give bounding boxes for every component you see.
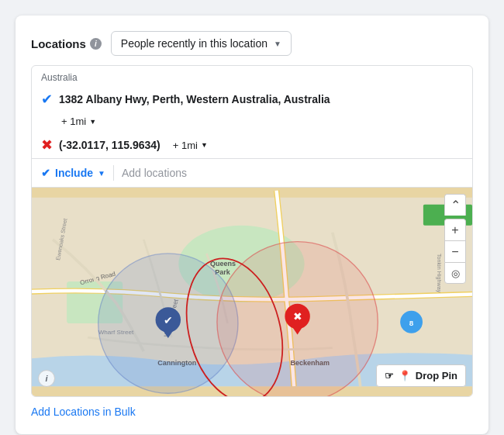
zoom-in-button[interactable]: + bbox=[444, 219, 466, 240]
primary-location-name: 1382 Albany Hwy, Perth, Western Australi… bbox=[59, 93, 330, 105]
svg-text:8: 8 bbox=[409, 319, 414, 327]
pin-small-icon: ✔ bbox=[41, 167, 50, 179]
primary-radius-text: + 1mi bbox=[61, 116, 86, 127]
svg-text:✖: ✖ bbox=[293, 310, 302, 323]
primary-radius-chevron-icon: ▼ bbox=[89, 118, 96, 126]
toolbar-divider bbox=[113, 165, 114, 181]
primary-radius-row: + 1mi ▼ bbox=[32, 112, 472, 132]
secondary-radius-row: + 1mi ▼ bbox=[173, 140, 208, 151]
drop-pin-label: Drop Pin bbox=[416, 370, 457, 381]
pin-icon-small: 📍 bbox=[399, 370, 411, 381]
toolbar-row: ✔ Include ▼ bbox=[32, 158, 472, 187]
svg-text:Tonkin Highway: Tonkin Highway bbox=[436, 254, 443, 293]
primary-radius-tag[interactable]: + 1mi ▼ bbox=[61, 116, 96, 127]
secondary-radius-chevron-icon: ▼ bbox=[201, 141, 208, 149]
dropdown-label: People recently in this location bbox=[121, 37, 268, 50]
hand-icon: ☞ bbox=[385, 370, 394, 381]
primary-pin-icon: ✔ bbox=[41, 91, 53, 108]
dropdown-chevron-icon: ▼ bbox=[274, 40, 281, 48]
footer: Add Locations in Bulk bbox=[31, 405, 473, 419]
locations-panel: Locations i People recently in this loca… bbox=[16, 16, 488, 434]
locations-label: Locations i bbox=[31, 37, 102, 50]
navigation-controls: ⌃ bbox=[444, 194, 466, 216]
secondary-location-coords: (-32.0117, 115.9634) bbox=[59, 139, 161, 151]
info-icon[interactable]: i bbox=[90, 38, 102, 50]
zoom-out-button[interactable]: − bbox=[444, 240, 466, 262]
svg-text:✔: ✔ bbox=[164, 314, 173, 326]
include-button[interactable]: ✔ Include ▼ bbox=[41, 167, 113, 179]
map-controls: ⌃ + − ◎ bbox=[444, 194, 466, 287]
map-info-button[interactable]: i bbox=[38, 370, 55, 387]
add-locations-bulk-link[interactable]: Add Locations in Bulk bbox=[31, 406, 136, 418]
drop-pin-button[interactable]: ☞ 📍 Drop Pin bbox=[376, 364, 466, 387]
svg-text:Queens: Queens bbox=[210, 260, 236, 268]
header-row: Locations i People recently in this loca… bbox=[31, 31, 473, 56]
primary-location-item: ✔ 1382 Albany Hwy, Perth, Western Austra… bbox=[32, 86, 472, 112]
secondary-radius-text: + 1mi bbox=[173, 140, 198, 151]
locate-button[interactable]: ◎ bbox=[444, 262, 466, 284]
zoom-controls: + − ◎ bbox=[444, 219, 466, 284]
map-background: Orrong Road William Street Ewenoaks Stre… bbox=[32, 188, 472, 396]
location-type-dropdown[interactable]: People recently in this location ▼ bbox=[111, 31, 292, 56]
map-chevron-up-button[interactable]: ⌃ bbox=[444, 194, 466, 216]
include-chevron-icon: ▼ bbox=[98, 169, 105, 178]
secondary-pin-icon: ✖ bbox=[41, 136, 53, 154]
include-label: Include bbox=[55, 167, 93, 179]
add-locations-input[interactable] bbox=[122, 167, 463, 179]
secondary-location-item: ✖ (-32.0117, 115.9634) + 1mi ▼ bbox=[32, 132, 472, 158]
locations-text: Locations bbox=[31, 37, 86, 50]
secondary-radius-tag[interactable]: + 1mi ▼ bbox=[173, 140, 208, 151]
country-label: Australia bbox=[32, 66, 472, 86]
map-container[interactable]: Orrong Road William Street Ewenoaks Stre… bbox=[32, 187, 472, 396]
location-box: Australia ✔ 1382 Albany Hwy, Perth, West… bbox=[31, 65, 473, 397]
